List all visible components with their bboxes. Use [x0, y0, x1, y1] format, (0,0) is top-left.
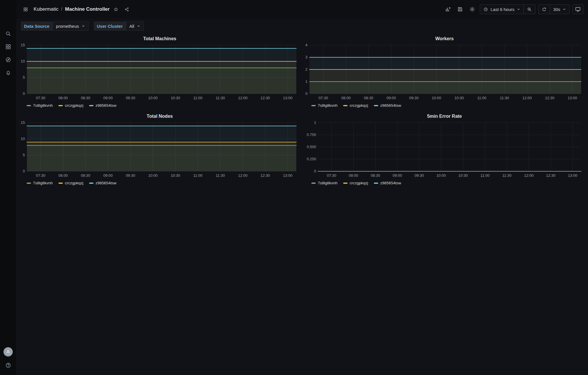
sidebar-item-dashboards[interactable] — [3, 41, 14, 52]
svg-text:3: 3 — [305, 55, 307, 59]
series-swatch — [58, 105, 63, 106]
legend-item[interactable]: z985654tsw — [89, 181, 116, 185]
legend-item[interactable]: z985654tsw — [374, 103, 401, 108]
help-button[interactable] — [3, 360, 14, 370]
series-swatch — [311, 105, 316, 106]
svg-text:08:30: 08:30 — [81, 96, 90, 100]
sidebar-item-explore[interactable] — [3, 54, 14, 65]
svg-text:0.750: 0.750 — [307, 133, 316, 137]
save-dashboard-button[interactable] — [455, 5, 465, 14]
breadcrumb: Kubermatic / Machine Controller — [34, 6, 110, 12]
sidebar-item-alerting[interactable] — [3, 67, 14, 78]
svg-text:07:30: 07:30 — [327, 173, 337, 178]
svg-text:09:00: 09:00 — [103, 96, 113, 100]
svg-text:0.500: 0.500 — [307, 145, 316, 149]
zoom-out-button[interactable] — [523, 5, 535, 14]
svg-text:11:30: 11:30 — [216, 173, 225, 178]
series-name: crczgpkqzj — [65, 103, 83, 108]
legend-item[interactable]: z985654tsw — [89, 103, 116, 108]
legend-item[interactable]: crczgpkqzj — [343, 181, 368, 185]
svg-text:10:00: 10:00 — [148, 96, 158, 100]
legend-item[interactable]: 7s8lg8kvnh — [311, 103, 337, 108]
svg-text:4: 4 — [305, 43, 307, 47]
svg-text:08:00: 08:00 — [341, 96, 351, 100]
search-icon — [5, 31, 11, 37]
add-panel-button[interactable] — [443, 5, 453, 14]
data-source-select[interactable]: prometheus — [53, 21, 89, 31]
share-dashboard-button[interactable] — [122, 5, 132, 14]
chevron-down-icon — [563, 8, 566, 11]
legend-item[interactable]: 7s8lg8kvnh — [311, 181, 337, 185]
svg-text:09:00: 09:00 — [103, 173, 113, 178]
sidebar-nav — [3, 28, 14, 78]
svg-text:11:30: 11:30 — [500, 96, 509, 100]
svg-text:10:30: 10:30 — [171, 173, 180, 178]
search-button[interactable] — [3, 28, 14, 39]
panel-workers: Workers 0123407:3008:0008:3009:0009:3010… — [303, 35, 586, 110]
variable-data-source: Data Source prometheus — [21, 21, 89, 31]
legend-item[interactable]: crczgpkqzj — [58, 181, 83, 185]
clock-icon — [483, 7, 488, 12]
tv-mode-button[interactable] — [572, 4, 583, 14]
svg-text:11:30: 11:30 — [502, 173, 512, 178]
time-series-chart[interactable]: 0123407:3008:0008:3009:0009:3010:0010:30… — [303, 43, 586, 101]
dashboard-grid: Total Machines 05101507:3008:0008:3009:0… — [16, 34, 588, 188]
svg-text:13:00: 13:00 — [283, 96, 293, 100]
star-icon — [113, 7, 118, 12]
dashboard-settings-button[interactable] — [468, 5, 477, 14]
time-series-chart[interactable]: 05101507:3008:0008:3009:0009:3010:0010:3… — [19, 43, 301, 101]
series-swatch — [311, 183, 316, 184]
svg-text:0: 0 — [314, 169, 316, 173]
legend-item[interactable]: crczgpkqzj — [343, 103, 368, 108]
svg-text:0: 0 — [23, 91, 25, 96]
panel-title[interactable]: Workers — [303, 35, 586, 43]
svg-text:15: 15 — [21, 43, 25, 47]
series-name: crczgpkqzj — [350, 181, 368, 185]
variable-user-cluster: User Cluster All — [94, 21, 144, 31]
user-avatar-button[interactable] — [3, 347, 13, 356]
monitor-icon — [575, 6, 581, 12]
time-series-chart[interactable]: 00.2500.5000.750107:3008:0008:3009:0009:… — [303, 120, 586, 179]
breadcrumb-dashboard-title[interactable]: Machine Controller — [65, 6, 110, 12]
user-cluster-label: User Cluster — [94, 21, 126, 31]
svg-text:11:00: 11:00 — [480, 173, 490, 178]
time-series-chart[interactable]: 05101507:3008:0008:3009:0009:3010:0010:3… — [19, 120, 301, 179]
legend-item[interactable]: 7s8lg8kvnh — [27, 103, 53, 108]
favorite-star-button[interactable] — [111, 5, 121, 14]
legend-item[interactable]: crczgpkqzj — [58, 103, 83, 108]
svg-text:08:30: 08:30 — [371, 173, 380, 178]
dashboard-apps-icon[interactable] — [21, 5, 30, 14]
breadcrumb-area: Kubermatic / Machine Controller — [21, 5, 132, 14]
breadcrumb-separator: / — [61, 6, 63, 12]
svg-text:09:30: 09:30 — [126, 96, 135, 100]
gear-icon — [469, 6, 475, 12]
series-swatch — [89, 183, 93, 184]
svg-text:07:30: 07:30 — [319, 96, 328, 100]
time-range-label: Last 6 hours — [490, 7, 514, 12]
svg-text:12:30: 12:30 — [260, 96, 270, 100]
chart-legend: 7s8lg8kvnh crczgpkqzj z985654tsw — [19, 179, 301, 186]
chevron-down-icon — [517, 8, 520, 11]
legend-item[interactable]: 7s8lg8kvnh — [27, 181, 53, 185]
svg-text:12:00: 12:00 — [524, 173, 534, 178]
refresh-interval-picker[interactable]: 30s — [550, 5, 569, 14]
panel-title[interactable]: Total Nodes — [19, 112, 301, 120]
series-swatch — [374, 183, 378, 184]
sidebar — [0, 0, 16, 375]
breadcrumb-folder[interactable]: Kubermatic — [34, 6, 58, 12]
svg-text:10: 10 — [21, 59, 25, 63]
panel-title[interactable]: Total Machines — [19, 35, 301, 43]
legend-item[interactable]: z985654tsw — [374, 181, 401, 185]
series-name: z985654tsw — [95, 181, 116, 185]
panel-5min-error-rate: 5min Error Rate 00.2500.5000.750107:3008… — [303, 112, 586, 188]
grafana-logo[interactable] — [3, 4, 13, 14]
chevron-down-icon — [137, 24, 140, 28]
svg-text:08:00: 08:00 — [349, 173, 358, 178]
series-name: 7s8lg8kvnh — [33, 103, 53, 108]
svg-text:13:00: 13:00 — [568, 173, 578, 178]
series-swatch — [58, 183, 63, 184]
time-range-picker[interactable]: Last 6 hours — [480, 5, 523, 14]
refresh-button[interactable] — [539, 5, 550, 14]
user-cluster-select[interactable]: All — [126, 21, 144, 31]
panel-title[interactable]: 5min Error Rate — [303, 112, 586, 120]
